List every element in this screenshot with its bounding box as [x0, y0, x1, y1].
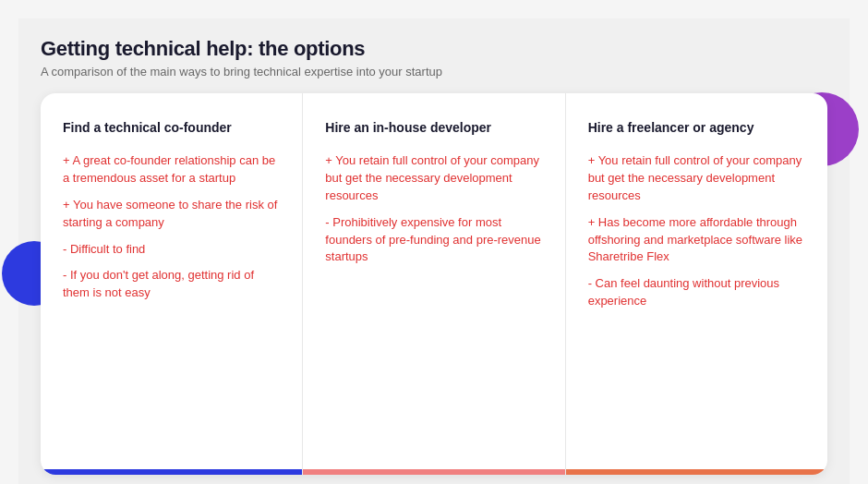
column-freelancer: Hire a freelancer or agency+ You retain …: [566, 93, 827, 475]
list-item-freelancer-2: - Can feel daunting without previous exp…: [588, 275, 805, 310]
column-in-house: Hire an in-house developer+ You retain f…: [303, 93, 565, 475]
list-item-co-founder-0: + A great co-founder relationship can be…: [63, 152, 280, 188]
list-item-freelancer-0: + You retain full control of your compan…: [588, 152, 805, 205]
list-item-in-house-0: + You retain full control of your compan…: [325, 152, 542, 205]
title-section: Getting technical help: the options A co…: [41, 37, 827, 79]
page-subtitle: A comparison of the main ways to bring t…: [41, 65, 827, 79]
comparison-card: Find a technical co-founder+ A great co-…: [41, 93, 827, 475]
list-item-co-founder-3: - If you don't get along, getting rid of…: [63, 267, 280, 302]
page-title: Getting technical help: the options: [41, 37, 827, 61]
column-bar-freelancer: [566, 469, 827, 475]
list-item-in-house-1: - Prohibitively expensive for most found…: [325, 214, 542, 267]
pros-cons-list-freelancer: + You retain full control of your compan…: [588, 152, 805, 310]
column-bar-co-founder: [41, 469, 302, 475]
list-item-co-founder-2: - Difficult to find: [63, 241, 280, 259]
column-title-in-house: Hire an in-house developer: [325, 119, 542, 136]
column-title-freelancer: Hire a freelancer or agency: [588, 119, 805, 136]
pros-cons-list-co-founder: + A great co-founder relationship can be…: [63, 152, 280, 302]
column-co-founder: Find a technical co-founder+ A great co-…: [41, 93, 303, 475]
page-wrapper: Getting technical help: the options A co…: [18, 18, 850, 484]
list-item-freelancer-1: + Has become more affordable through off…: [588, 214, 805, 267]
column-title-co-founder: Find a technical co-founder: [63, 119, 280, 136]
pros-cons-list-in-house: + You retain full control of your compan…: [325, 152, 542, 266]
column-bar-in-house: [303, 469, 564, 475]
list-item-co-founder-1: + You have someone to share the risk of …: [63, 197, 280, 232]
